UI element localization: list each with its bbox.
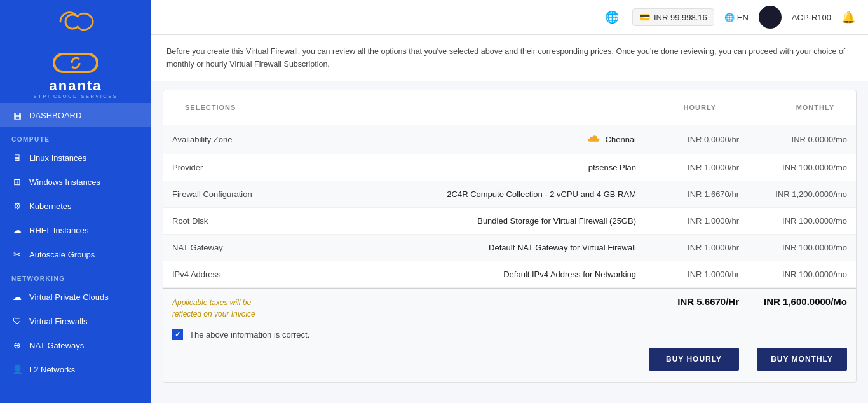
root-disk-monthly: INR 100.0000/mo [748, 208, 856, 234]
intro-text: Before you create this Virtual Firewall,… [151, 35, 868, 81]
linux-icon: 🖥 [11, 152, 23, 163]
btn-spacer-1 [163, 348, 278, 371]
sidebar-item-nat-gateways[interactable]: ⊕ NAT Gateways [0, 333, 151, 357]
linux-label: Linux Instances [29, 153, 86, 163]
brand-sub: STPI CLOUD SERVICES [34, 93, 118, 99]
sidebar: .ananta-logo { display: flex; flex-direc… [0, 0, 151, 403]
autoscale-icon: ✂ [11, 249, 23, 260]
buy-monthly-button[interactable]: BUY MONTHLY [757, 348, 847, 371]
value-provider: pfsense Plan [278, 154, 640, 181]
provider-hourly: INR 1.0000/hr [640, 154, 748, 181]
ipv4-monthly: INR 100.0000/mo [748, 261, 856, 287]
vpc-label: Virtual Private Clouds [29, 292, 109, 302]
th-monthly: MONTHLY [735, 96, 843, 119]
az-value: Chennai [606, 135, 636, 144]
nat-label: NAT Gateways [29, 341, 84, 350]
table-row-ipv4: IPv4 Address Default IPv4 Address for Ne… [163, 261, 856, 288]
sidebar-item-kubernetes[interactable]: ⚙ Kubernetes [0, 194, 151, 218]
tax-note: Applicable taxes will be reflected on yo… [163, 289, 278, 327]
autoscale-label: Autoscale Groups [29, 250, 95, 259]
windows-icon: ⊞ [11, 176, 23, 188]
logo-container [0, 0, 151, 38]
logo-area: ananta STPI CLOUD SERVICES [0, 38, 151, 103]
az-hourly: INR 0.0000/hr [640, 126, 748, 153]
firewall-icon: 🛡 [11, 315, 23, 327]
nat-icon: ⊕ [11, 339, 23, 351]
brand-name: ananta [50, 79, 102, 93]
dashboard-icon: ▦ [11, 109, 23, 121]
value-az: Chennai [278, 125, 640, 154]
ananta-logo-svg [44, 47, 107, 79]
windows-label: Windows Instances [29, 177, 100, 187]
table-row-fw-config: Firewall Configuration 2C4R Compute Coll… [163, 181, 856, 208]
value-ipv4: Default IPv4 Address for Networking [278, 261, 640, 287]
table-row-provider: Provider pfsense Plan INR 1.0000/hr INR … [163, 154, 856, 181]
sidebar-item-virtual-firewalls[interactable]: 🛡 Virtual Firewalls [0, 309, 151, 333]
sum-spacer [278, 289, 640, 327]
total-hourly: INR 5.6670/Hr [640, 289, 748, 327]
summary-row: Applicable taxes will be reflected on yo… [163, 288, 856, 327]
ananta-logo-icon [55, 9, 96, 34]
l2-icon: 👤 [11, 364, 23, 375]
label-provider: Provider [163, 154, 278, 181]
confirmation-checkbox[interactable] [172, 329, 183, 340]
ipv4-hourly: INR 1.0000/hr [640, 261, 748, 287]
buy-hourly-button[interactable]: BUY HOURLY [649, 348, 739, 371]
th-hourly: HOURLY [617, 96, 725, 119]
sidebar-item-dashboard[interactable]: ▦ DASHBOARD [0, 103, 151, 127]
value-nat: Default NAT Gateway for Virtual Firewall [278, 235, 640, 261]
sidebar-item-windows-instances[interactable]: ⊞ Windows Instances [0, 170, 151, 194]
balance-display[interactable]: 💳 INR 99,998.16 [632, 8, 714, 26]
nat-hourly: INR 1.0000/hr [640, 235, 748, 261]
fw-config-hourly: INR 1.6670/hr [640, 181, 748, 207]
table-row-root-disk: Root Disk Bundled Storage for Virtual Fi… [163, 208, 856, 235]
value-fw-config: 2C4R Compute Collection - 2 vCPU and 4 G… [278, 181, 640, 207]
kubernetes-icon: ⚙ [11, 200, 23, 212]
firewall-label: Virtual Firewalls [29, 317, 88, 326]
username-label[interactable]: ACP-R100 [792, 13, 831, 22]
balance-amount: INR 99,998.16 [654, 13, 707, 22]
vpc-icon: ☁ [11, 291, 23, 303]
sidebar-item-virtual-private-clouds[interactable]: ☁ Virtual Private Clouds [0, 285, 151, 309]
kubernetes-label: Kubernetes [29, 202, 72, 211]
az-cloud-icon [587, 133, 602, 146]
avatar[interactable] [759, 6, 782, 29]
btn-spacer-2 [278, 348, 640, 371]
label-root-disk: Root Disk [163, 208, 278, 234]
buy-buttons-row: BUY HOURLY BUY MONTHLY [163, 348, 856, 382]
svg-rect-2 [63, 54, 88, 72]
main-area: 🌐 💳 INR 99,998.16 🌐 EN ACP-R100 🔔 Before… [151, 0, 868, 403]
value-root-disk: Bundled Storage for Virtual Firewall (25… [278, 208, 640, 234]
rhel-label: RHEL Instances [29, 226, 88, 235]
sidebar-item-linux-instances[interactable]: 🖥 Linux Instances [0, 146, 151, 170]
lang-label: EN [737, 13, 749, 22]
nat-monthly: INR 100.0000/mo [748, 235, 856, 261]
pricing-table-main: SELECTIONS HOURLY MONTHLY Availability Z… [163, 90, 857, 383]
th-spacer [301, 100, 607, 115]
checkbox-row: The above information is correct. [163, 327, 856, 348]
section-compute: COMPUTE [0, 127, 151, 146]
header: 🌐 💳 INR 99,998.16 🌐 EN ACP-R100 🔔 [151, 0, 868, 35]
fw-config-monthly: INR 1,200.0000/mo [748, 181, 856, 207]
bell-icon[interactable]: 🔔 [841, 10, 855, 24]
language-selector[interactable]: 🌐 EN [724, 13, 749, 22]
globe-icon[interactable]: 🌐 [602, 7, 622, 27]
lang-icon: 🌐 [724, 13, 735, 22]
section-networking: NETWORKING [0, 266, 151, 285]
sidebar-item-rhel-instances[interactable]: ☁ RHEL Instances [0, 218, 151, 242]
table-row-az: Availability Zone Chennai INR 0.0000/hr … [163, 125, 856, 154]
label-az: Availability Zone [163, 126, 278, 153]
sidebar-item-l2-networks[interactable]: 👤 L2 Networks [0, 357, 151, 381]
dashboard-label: DASHBOARD [29, 111, 81, 120]
th-selections: SELECTIONS [176, 96, 290, 119]
table-row-nat: NAT Gateway Default NAT Gateway for Virt… [163, 235, 856, 261]
sidebar-item-autoscale-groups[interactable]: ✂ Autoscale Groups [0, 242, 151, 266]
label-ipv4: IPv4 Address [163, 261, 278, 287]
az-monthly: INR 0.0000/mo [748, 126, 856, 153]
label-fw-config: Firewall Configuration [163, 181, 278, 207]
checkbox-label: The above information is correct. [189, 330, 309, 339]
rhel-icon: ☁ [11, 224, 23, 236]
l2-label: L2 Networks [29, 365, 75, 374]
balance-card-icon: 💳 [639, 12, 650, 22]
provider-monthly: INR 100.0000/mo [748, 154, 856, 181]
